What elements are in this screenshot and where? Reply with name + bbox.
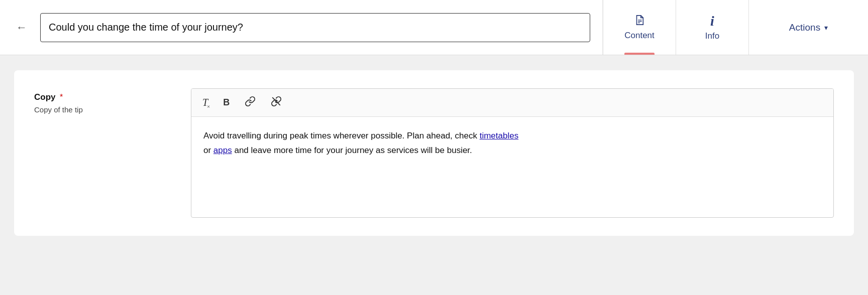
editor-text-between: or [203, 145, 213, 155]
editor-content[interactable]: Avoid travelling during peak times where… [191, 117, 833, 217]
chevron-down-icon: ▾ [824, 24, 828, 32]
field-label-column: Copy * Copy of the tip [34, 88, 175, 218]
back-button[interactable]: ← [12, 19, 31, 36]
header-left: ← [0, 0, 603, 55]
bold-button[interactable]: B [220, 95, 233, 110]
editor-column: T × B [191, 88, 834, 218]
apps-link[interactable]: apps [213, 145, 232, 155]
timetables-link[interactable]: timetables [480, 131, 518, 140]
editor-text-after: and leave more time for your journey as … [232, 145, 472, 155]
tab-info-label: Info [705, 31, 719, 41]
copy-card: Copy * Copy of the tip T × B [14, 70, 854, 236]
header-tabs: Content i Info Actions ▾ [603, 0, 868, 55]
header: ← Content i Info Actions ▾ [0, 0, 868, 55]
actions-label: Actions [789, 22, 820, 33]
tab-info[interactable]: i Info [676, 0, 748, 55]
unlink-button[interactable] [268, 94, 285, 111]
field-description: Copy of the tip [34, 105, 175, 114]
tab-content[interactable]: Content [603, 0, 676, 55]
field-label: Copy * [34, 92, 175, 102]
clear-format-icon: T × [202, 97, 208, 108]
link-button[interactable] [242, 94, 259, 111]
actions-dropdown[interactable]: Actions ▾ [748, 0, 868, 55]
required-star: * [60, 93, 63, 101]
editor-text-before-link1: Avoid travelling during peak times where… [203, 131, 480, 140]
svg-line-3 [273, 98, 280, 105]
tab-content-label: Content [624, 31, 655, 41]
editor-toolbar: T × B [191, 89, 833, 117]
content-icon [634, 15, 645, 28]
clear-format-button[interactable]: T × [199, 95, 211, 110]
link-icon [245, 96, 256, 109]
bold-icon: B [223, 97, 230, 108]
unlink-icon [271, 96, 282, 109]
rich-text-editor: T × B [191, 88, 834, 218]
info-icon: i [710, 14, 714, 28]
page-title-input[interactable] [40, 13, 590, 42]
copy-label: Copy [34, 92, 56, 102]
main-content: Copy * Copy of the tip T × B [0, 55, 868, 251]
